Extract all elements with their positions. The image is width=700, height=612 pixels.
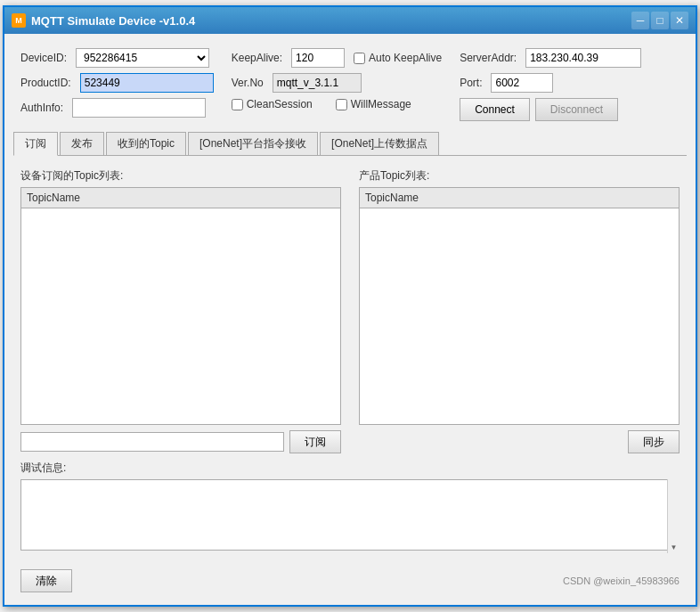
app-icon: M [12,13,26,28]
tab-publish[interactable]: 发布 [60,132,104,155]
product-topics-panel: 产品Topic列表: TopicName 同步 [359,168,680,453]
title-bar-left: M MQTT Simulate Device -v1.0.4 [12,13,195,28]
maximize-button[interactable]: □ [651,12,669,29]
minimize-button[interactable]: ─ [631,12,649,29]
productid-row: ProductID: [20,73,214,93]
deviceid-label: DeviceID: [20,52,67,64]
connect-buttons: Connect Disconnect [460,98,641,121]
tab-subscribe[interactable]: 订阅 [13,132,58,156]
subscribe-button[interactable]: 订阅 [289,430,341,453]
title-bar: M MQTT Simulate Device -v1.0.4 ─ □ ✕ [4,7,696,34]
device-topic-list: TopicName [20,187,341,425]
tab-received[interactable]: 收到的Topic [106,132,186,155]
auto-keepalive-checkbox[interactable] [354,53,365,64]
right-config: ServerAddr: Port: Connect Disconnect [460,48,641,121]
port-input[interactable] [491,73,553,93]
authinfo-label: AuthInfo: [20,102,63,114]
tab-onenet-upload[interactable]: [OneNet]上传数据点 [320,132,439,155]
willmessage-group: WillMessage [336,98,411,110]
serveraddr-label: ServerAddr: [460,52,517,64]
sync-button[interactable]: 同步 [628,430,680,453]
debug-textarea[interactable] [20,479,680,551]
disconnect-button[interactable]: Disconnect [535,98,618,121]
config-form: DeviceID: 952286415 ProductID: AuthInfo: [13,43,687,126]
productid-input[interactable] [80,73,214,93]
serveraddr-row: ServerAddr: [460,48,641,68]
cleansession-group: CleanSession [232,98,313,110]
port-label: Port: [460,77,482,89]
authinfo-input[interactable] [72,98,206,118]
sync-controls: 同步 [359,430,680,453]
product-topic-list: TopicName [359,187,680,425]
title-controls: ─ □ ✕ [631,12,688,29]
debug-scrollbar[interactable]: ▼ [667,479,680,553]
watermark: CSDN @weixin_45983966 [563,575,680,586]
device-topics-panel: 设备订阅的Topic列表: TopicName 订阅 [20,168,341,453]
tab-content-area: 设备订阅的Topic列表: TopicName 订阅 产品Topic列表: To… [13,161,687,560]
window-title: MQTT Simulate Device -v1.0.4 [31,14,195,28]
verno-row: Ver.No [232,73,442,93]
session-message-row: CleanSession WillMessage [232,98,442,110]
close-button[interactable]: ✕ [671,12,688,29]
device-topic-header: TopicName [21,188,340,208]
bottom-bar: 清除 CSDN @weixin_45983966 [13,566,687,596]
deviceid-row: DeviceID: 952286415 [20,48,214,68]
debug-area-wrap: ▼ [20,479,680,553]
keepalive-row: KeepAlive: Auto KeepAlive [232,48,442,68]
clear-button[interactable]: 清除 [20,569,72,592]
port-row: Port: [460,73,641,93]
cleansession-checkbox[interactable] [232,99,243,110]
app-window: M MQTT Simulate Device -v1.0.4 ─ □ ✕ Dev… [3,5,697,607]
cleansession-label: CleanSession [247,98,313,110]
device-topic-body [21,208,340,360]
left-config: DeviceID: 952286415 ProductID: AuthInfo: [20,48,214,118]
product-topics-title: 产品Topic列表: [359,168,680,184]
willmessage-label: WillMessage [351,98,411,110]
debug-section: 调试信息: ▼ [20,461,680,553]
keepalive-label: KeepAlive: [232,52,282,64]
productid-label: ProductID: [20,77,71,89]
tab-onenet-cmd[interactable]: [OneNet]平台指令接收 [188,132,318,155]
willmessage-checkbox[interactable] [336,99,347,110]
debug-label: 调试信息: [20,461,680,476]
verno-input [273,73,362,93]
scroll-down-arrow[interactable]: ▼ [669,542,680,553]
main-content: DeviceID: 952286415 ProductID: AuthInfo: [4,34,696,605]
product-topic-header: TopicName [360,188,679,208]
device-topics-title: 设备订阅的Topic列表: [20,168,341,184]
keepalive-input[interactable] [291,48,345,68]
connect-button[interactable]: Connect [460,98,530,121]
auto-keepalive-label: Auto KeepAlive [369,52,442,64]
middle-config: KeepAlive: Auto KeepAlive Ver.No CleanSe… [232,48,442,110]
subscribe-topic-input[interactable] [20,432,284,452]
auto-keepalive-group: Auto KeepAlive [354,52,442,64]
deviceid-select[interactable]: 952286415 [76,48,209,68]
tabs-bar: 订阅 发布 收到的Topic [OneNet]平台指令接收 [OneNet]上传… [13,132,687,156]
verno-label: Ver.No [232,77,264,89]
product-topic-body [360,208,679,360]
authinfo-row: AuthInfo: [20,98,214,118]
subscribe-content: 设备订阅的Topic列表: TopicName 订阅 产品Topic列表: To… [20,168,680,453]
subscribe-controls: 订阅 [20,430,341,453]
serveraddr-input[interactable] [525,48,641,68]
